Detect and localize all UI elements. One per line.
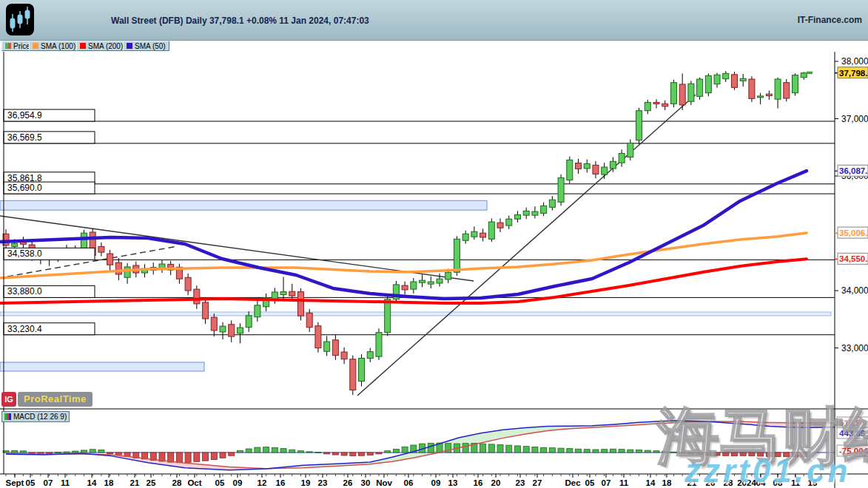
candle <box>653 102 659 104</box>
x-axis-label: 18 <box>662 478 672 487</box>
macd-histogram-bar <box>306 452 312 453</box>
brand-label: IT-Finance.com <box>798 15 862 25</box>
macd-histogram-bar <box>697 453 703 455</box>
candle <box>98 246 104 252</box>
candle <box>462 234 468 240</box>
candle <box>602 167 608 174</box>
price-level-tag-text: 34,538.0 <box>7 248 42 259</box>
macd-fill-segment <box>793 423 799 427</box>
axis-tick-label: 34,000 <box>841 285 868 296</box>
macd-histogram-bar <box>55 452 61 453</box>
x-axis-label: 14 <box>87 478 97 487</box>
candle <box>549 200 555 207</box>
macd-histogram-bar <box>12 450 18 453</box>
candle <box>280 292 286 295</box>
axis-tick-label: 33,000 <box>841 343 868 353</box>
macd-histogram-bar <box>393 449 399 453</box>
macd-histogram-bar <box>670 452 676 453</box>
candle <box>488 222 494 239</box>
macd-histogram-bar <box>315 453 321 453</box>
candle <box>367 352 373 359</box>
macd-histogram-bar <box>194 453 200 461</box>
legend-sma100-label: SMA (100) <box>41 42 75 50</box>
candle <box>749 79 755 98</box>
macd-histogram-bar <box>203 453 209 461</box>
candle <box>229 325 235 336</box>
thin-zone-band[interactable] <box>0 312 831 316</box>
macd-histogram-bar <box>679 453 685 453</box>
macd-histogram-bar <box>297 451 303 453</box>
x-axis-label: 26 <box>343 478 353 487</box>
candle <box>506 219 512 226</box>
macd-histogram-bar <box>289 450 295 453</box>
candle <box>514 214 520 219</box>
x-axis-label: 16 <box>474 478 483 487</box>
legend-sma200-label: SMA (200) <box>88 42 123 50</box>
candle <box>784 83 790 98</box>
legend-sma100-button[interactable]: SMA (100) <box>29 41 79 51</box>
x-axis-label: 2024 <box>737 478 756 487</box>
x-axis-label: 09 <box>431 478 441 487</box>
macd-histogram-bar <box>628 450 633 453</box>
macd-histogram-bar <box>428 443 434 453</box>
macd-histogram-bar <box>255 447 260 453</box>
candle <box>324 342 330 351</box>
candle <box>584 163 590 169</box>
legend-sma200-button[interactable]: SMA (200) <box>76 41 127 51</box>
legend-sma50-button[interactable]: SMA (50) <box>123 41 169 51</box>
macd-histogram-bar <box>211 453 217 460</box>
macd-fill-segment <box>817 423 823 427</box>
candle <box>411 282 417 289</box>
candle <box>758 96 764 98</box>
zone-rectangle[interactable] <box>0 200 487 210</box>
macd-histogram-bar <box>801 453 807 457</box>
x-axis-label: Nov <box>376 478 392 487</box>
candle <box>454 239 460 272</box>
candle <box>306 313 312 327</box>
candle <box>740 78 746 81</box>
macd-histogram-bar <box>662 451 668 453</box>
candle <box>341 352 347 359</box>
macd-histogram-bar <box>758 453 764 456</box>
ig-logo: IG <box>1 392 16 407</box>
macd-fill-segment <box>787 423 793 427</box>
candle <box>523 211 529 215</box>
candle <box>497 223 503 228</box>
macd-histogram-bar <box>332 453 338 455</box>
x-axis-label: 06 <box>404 478 414 487</box>
x-axis-label: 08 <box>773 478 783 487</box>
zone-rectangle[interactable] <box>0 362 204 371</box>
x-axis-label: 13 <box>448 478 458 487</box>
macd-histogram-bar <box>324 453 330 454</box>
price-level-tag-text: 36,954.9 <box>7 110 42 121</box>
macd-histogram-bar <box>541 447 547 453</box>
x-axis-label: 27 <box>533 478 542 487</box>
candle <box>107 254 113 265</box>
candle <box>124 267 130 277</box>
x-axis-label: 20 <box>491 478 501 487</box>
macd-value-tag-text: 518.86 <box>839 418 865 427</box>
candle <box>628 143 633 157</box>
candle <box>332 340 338 356</box>
candle <box>619 153 625 163</box>
prorealtime-label: ProRealTime <box>18 392 92 407</box>
candle <box>315 326 321 348</box>
macd-histogram-bar <box>749 453 755 456</box>
macd-histogram-bar <box>462 444 468 453</box>
x-axis-label: 21 <box>130 478 140 487</box>
macd-histogram-bar <box>593 450 599 453</box>
macd-histogram-bar <box>619 450 625 453</box>
axis-value-tag-text: 34,550.. <box>839 254 868 263</box>
macd-indicator-button[interactable]: MACD (12 26 9) <box>1 411 70 422</box>
app-logo-icon[interactable] <box>6 4 34 35</box>
macd-histogram-bar <box>723 453 729 455</box>
macd-histogram-bar <box>64 452 70 453</box>
macd-histogram-bar <box>731 453 737 456</box>
prorealtime-badge[interactable]: IG ProRealTime <box>1 392 92 407</box>
legend-bar: Price SMA (100) SMA (200) SMA (50) <box>0 41 868 52</box>
macd-histogram-bar <box>385 451 391 453</box>
macd-histogram-bar <box>688 453 694 454</box>
macd-histogram-bar <box>514 446 520 453</box>
macd-fill-segment <box>805 423 811 427</box>
macd-histogram-bar <box>532 447 538 453</box>
